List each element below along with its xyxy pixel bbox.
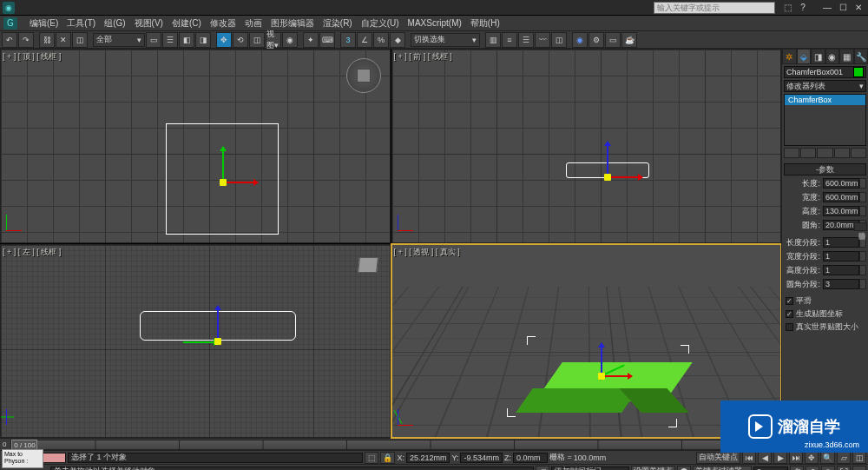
gizmo-x-icon[interactable] — [608, 176, 642, 178]
smooth-checkbox[interactable]: ✓ — [786, 297, 793, 305]
layer-button[interactable]: ☰ — [518, 32, 534, 48]
ref-coord-button[interactable]: 视图▾ — [266, 32, 281, 48]
menu-edit[interactable]: 编辑(E) — [30, 17, 58, 30]
spinner-snap-button[interactable]: ◆ — [390, 32, 405, 48]
keyboard-button[interactable]: ⌨ — [319, 32, 335, 48]
y-field[interactable]: -9.534mm — [460, 453, 503, 463]
nav-zoomall-button[interactable]: ◫ — [852, 452, 866, 464]
gizmo-origin-icon[interactable] — [604, 174, 611, 181]
ws-icon[interactable]: ⬚ — [780, 2, 794, 14]
menu-create[interactable]: 创建(C) — [172, 17, 201, 30]
menu-help[interactable]: 帮助(H) — [470, 17, 500, 30]
menu-modifiers[interactable]: 修改器 — [210, 17, 236, 30]
autokey-button[interactable]: 自动关键点 — [696, 452, 740, 464]
stack-item-chamferbox[interactable]: ChamferBox — [785, 95, 865, 105]
realworld-checkbox[interactable] — [786, 323, 793, 331]
bind-button[interactable]: ◫ — [72, 32, 88, 48]
viewport-top[interactable]: [ + ] [ 顶 ] [ 线框 ] — [0, 49, 391, 243]
tab-display[interactable]: ▦ — [839, 49, 854, 64]
object-name-field[interactable]: ChamferBox001 — [784, 66, 866, 78]
manipulate-button[interactable]: ✦ — [303, 32, 319, 48]
object-color-swatch[interactable] — [853, 67, 864, 77]
time-tag-field[interactable]: 添加时间标记 — [551, 467, 629, 471]
render-setup-button[interactable]: ⚙ — [589, 32, 604, 48]
selection-filter[interactable]: 全部▾ — [93, 33, 145, 47]
schematic-button[interactable]: ◫ — [551, 32, 567, 48]
viewport-label[interactable]: [ + ] [ 顶 ] [ 线框 ] — [3, 51, 61, 63]
isolate-button[interactable]: ⬚ — [365, 452, 378, 464]
rotate-button[interactable]: ⟲ — [233, 32, 248, 48]
mirror-button[interactable]: ▥ — [485, 32, 501, 48]
setkey-button[interactable]: 设置关键点 — [631, 466, 675, 471]
show-result-button[interactable] — [800, 148, 816, 158]
chamferbox-object[interactable] — [540, 349, 687, 427]
spinner-icon[interactable] — [859, 206, 866, 216]
gizmo-z-icon[interactable] — [601, 343, 602, 376]
play-button[interactable]: ▶ — [773, 452, 787, 464]
select-name-button[interactable]: ☰ — [162, 32, 178, 48]
menu-render[interactable]: 渲染(R) — [323, 17, 352, 30]
addtime-button[interactable]: 🏷 — [536, 466, 549, 471]
gizmo-origin-icon[interactable] — [598, 373, 605, 380]
angle-snap-button[interactable]: ∠ — [357, 32, 372, 48]
maxscript-listener[interactable]: Max to Physon : — [2, 449, 43, 468]
gizmo-x-icon[interactable] — [223, 182, 258, 183]
snap-toggle-button[interactable]: 3 — [340, 32, 356, 48]
menu-animation[interactable]: 动画 — [245, 17, 262, 30]
nav-roll-button[interactable]: ◐ — [821, 466, 835, 471]
spinner-icon[interactable] — [859, 178, 866, 189]
spinner-icon[interactable] — [859, 237, 866, 248]
nav-fov-button[interactable]: ▱ — [837, 452, 851, 464]
play-next-button[interactable]: ⏭ — [789, 452, 803, 464]
select-button[interactable]: ▭ — [146, 32, 161, 48]
move-button[interactable]: ✥ — [216, 32, 232, 48]
named-selection-set[interactable]: 切换选集▾ — [411, 33, 480, 47]
viewport-label[interactable]: [ + ] [ 左 ] [ 线框 ] — [3, 247, 61, 258]
gizmo-x-icon[interactable] — [602, 375, 632, 377]
tab-hierarchy[interactable]: ◨ — [811, 49, 825, 64]
search-box[interactable] — [654, 2, 775, 14]
lock-sel-button[interactable]: 🔒 — [380, 452, 395, 464]
rollout-params-header[interactable]: - 参数 — [784, 163, 866, 175]
search-input[interactable] — [657, 3, 772, 12]
menu-custom[interactable]: 自定义(U) — [361, 17, 399, 30]
configure-button[interactable] — [851, 148, 866, 158]
curve-editor-button[interactable]: 〰 — [535, 32, 550, 48]
window-crossing-button[interactable]: ◨ — [195, 32, 211, 48]
spinner-icon[interactable] — [859, 251, 866, 261]
time-config-button[interactable]: ⏱ — [790, 466, 804, 471]
help-icon[interactable]: ? — [796, 2, 810, 14]
menu-graph[interactable]: 图形编辑器 — [271, 17, 314, 30]
z-field[interactable]: 0.0mm — [513, 453, 548, 463]
make-unique-button[interactable] — [817, 148, 832, 158]
spinner-icon[interactable] — [859, 279, 866, 289]
redo-button[interactable]: ↷ — [18, 32, 34, 48]
gizmo-z-icon[interactable] — [217, 306, 219, 341]
percent-snap-button[interactable]: % — [373, 32, 389, 48]
nav-zoom-button[interactable]: 🔍 — [820, 452, 835, 464]
gizmo-origin-icon[interactable] — [214, 338, 221, 345]
app-menu-icon[interactable]: G — [3, 17, 17, 30]
filletseg-field[interactable]: 3 — [823, 279, 859, 289]
play-start-button[interactable]: ⏮ — [742, 452, 756, 464]
viewport-left[interactable]: [ + ] [ 左 ] [ 线框 ] — [0, 244, 391, 439]
tab-create[interactable]: ✲ — [782, 49, 797, 64]
keybig-button[interactable]: ⬤ — [677, 466, 691, 471]
nav-minview-button[interactable]: ▫ — [852, 466, 866, 471]
lengthseg-field[interactable]: 1 — [823, 237, 859, 248]
menu-views[interactable]: 视图(V) — [135, 17, 163, 30]
gizmo-origin-icon[interactable] — [220, 179, 227, 186]
select-region-button[interactable]: ◧ — [179, 32, 194, 48]
material-button[interactable]: ◉ — [572, 32, 588, 48]
gencoords-checkbox[interactable]: ✓ — [786, 310, 793, 318]
close-button[interactable]: ✕ — [852, 2, 865, 14]
keyfilter-button[interactable]: 关键点过滤器... — [693, 466, 752, 471]
scale-button[interactable]: ◫ — [249, 32, 265, 48]
play-prev-button[interactable]: ◀ — [758, 452, 772, 464]
nav-maxview-button[interactable]: ⛶ — [837, 466, 851, 471]
tab-modify[interactable]: ⬙ — [797, 49, 812, 64]
viewport-label[interactable]: [ + ] [ 前 ] [ 线框 ] — [394, 51, 452, 63]
max-button[interactable]: ☐ — [836, 2, 850, 14]
length-field[interactable]: 600.0mm — [823, 178, 859, 189]
render-button[interactable]: ☕ — [621, 32, 637, 48]
